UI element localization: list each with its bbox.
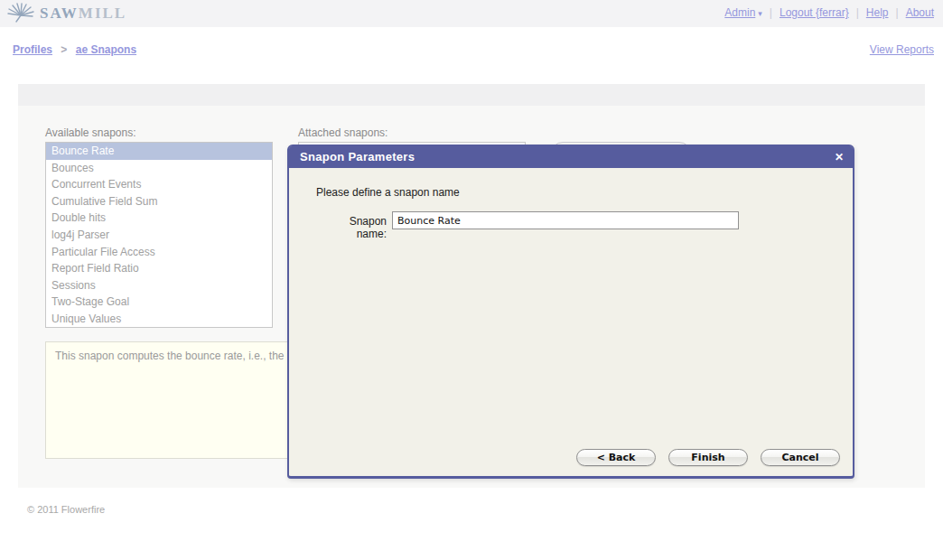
list-item[interactable]: Bounces [46, 160, 272, 177]
snapon-name-input[interactable] [392, 211, 739, 229]
logo-saw: SAW [40, 5, 79, 22]
copyright-text: © 2011 Flowerfire [27, 504, 105, 515]
logout-link[interactable]: Logout {ferrar} [780, 6, 849, 19]
about-link[interactable]: About [906, 6, 934, 19]
available-snapons-label: Available snapons: [45, 126, 136, 139]
list-item[interactable]: Double hits [46, 210, 272, 227]
nav-separator: | [896, 6, 899, 19]
list-item[interactable]: Report Field Ratio [46, 260, 272, 277]
breadcrumb: Profiles > ae Snapons [13, 43, 136, 56]
breadcrumb-separator: > [61, 43, 67, 56]
cancel-button[interactable]: Cancel [761, 449, 840, 466]
finish-button[interactable]: Finish [668, 449, 748, 466]
list-item[interactable]: Cumulative Field Sum [46, 193, 272, 210]
page: SAWMILL Admin▾ | Logout {ferrar} | Help … [0, 0, 943, 560]
snapon-parameters-dialog: Snapon Parameters ✕ Please define a snap… [287, 145, 854, 479]
dialog-header: Snapon Parameters ✕ [289, 146, 853, 168]
top-bar: SAWMILL Admin▾ | Logout {ferrar} | Help … [0, 0, 943, 27]
list-item[interactable]: log4j Parser [46, 227, 272, 244]
list-item[interactable]: Bounce Rate [46, 143, 272, 160]
breadcrumb-row: Profiles > ae Snapons View Reports [0, 42, 943, 60]
dialog-prompt: Please define a snapon name [316, 186, 460, 199]
list-item[interactable]: Particular File Access [46, 244, 272, 261]
sawmill-logo: SAWMILL [7, 2, 126, 25]
help-link[interactable]: Help [866, 6, 889, 19]
breadcrumb-current-link[interactable]: ae Snapons [76, 43, 136, 56]
palm-frond-icon [7, 3, 34, 24]
nav-separator: | [856, 6, 859, 19]
breadcrumb-profiles-link[interactable]: Profiles [13, 43, 52, 56]
available-snapons-list[interactable]: Bounce RateBouncesConcurrent EventsCumul… [45, 142, 273, 328]
view-reports: View Reports [870, 43, 934, 56]
dialog-title: Snapon Parameters [300, 150, 415, 163]
logo-mill: MILL [79, 5, 126, 22]
list-item[interactable]: Concurrent Events [46, 176, 272, 193]
logo-text: SAWMILL [40, 5, 126, 23]
chevron-down-icon: ▾ [758, 9, 762, 18]
attached-snapons-label: Attached snapons: [298, 126, 387, 139]
snapon-name-label: Snapon name: [316, 215, 387, 240]
close-icon[interactable]: ✕ [835, 150, 844, 164]
top-nav: Admin▾ | Logout {ferrar} | Help | About [724, 6, 934, 19]
nav-separator: | [770, 6, 772, 19]
admin-menu[interactable]: Admin▾ [724, 6, 762, 19]
panel-header-strip [18, 84, 925, 106]
list-item[interactable]: Unique Values [46, 311, 272, 328]
list-item[interactable]: Sessions [46, 277, 272, 294]
view-reports-link[interactable]: View Reports [870, 43, 934, 56]
list-item[interactable]: Two-Stage Goal [46, 294, 272, 311]
dialog-button-row: < Back Finish Cancel [576, 449, 840, 466]
back-button[interactable]: < Back [576, 449, 656, 466]
